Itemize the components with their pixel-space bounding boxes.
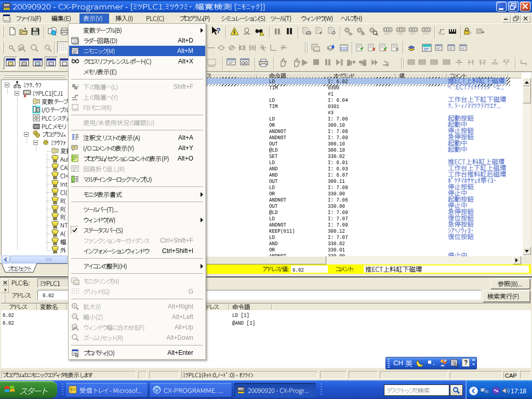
svg-text:ronon: ronon [438, 32, 445, 35]
svg-text:ronon: ronon [274, 32, 281, 35]
svg-text:e: e [155, 388, 158, 393]
svg-text:ronon: ronon [208, 64, 215, 68]
svg-text:ronon: ronon [72, 109, 79, 112]
svg-text:ronon: ronon [244, 32, 250, 35]
svg-text:ronon: ronon [73, 283, 80, 286]
svg-text:?: ? [216, 26, 221, 35]
svg-text:ronon: ronon [313, 49, 320, 52]
